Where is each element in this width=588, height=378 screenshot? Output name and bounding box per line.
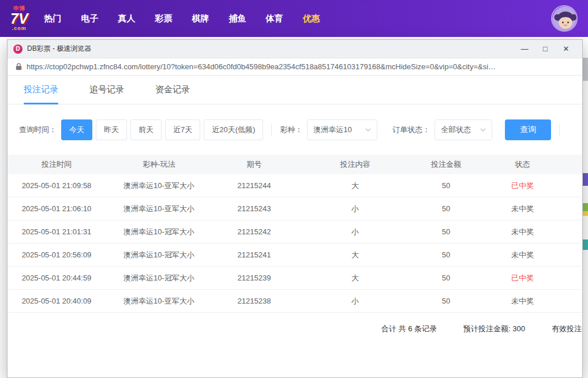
logo-main-text: 7V: [10, 12, 28, 26]
cell-issue-number: 21215239: [212, 274, 296, 282]
tab-funds-records[interactable]: 资金记录: [155, 76, 190, 104]
cell-bet-content: 小: [296, 204, 414, 214]
site-topbar: 申博 7V .com 热门 电子 真人 彩票 棋牌 捕鱼 体育 优惠: [0, 0, 588, 37]
lottery-type-label: 彩种：: [280, 125, 302, 135]
cell-game-play: 澳洲幸运10-冠军大小: [106, 227, 212, 237]
cell-bet-content: 小: [296, 296, 414, 306]
minimize-button[interactable]: —: [514, 42, 535, 57]
cell-bet-time: 2025-05-01 21:01:31: [8, 227, 106, 236]
order-status-select[interactable]: 全部状态: [435, 119, 492, 140]
close-button[interactable]: ✕: [556, 42, 576, 57]
nav-item-slots[interactable]: 电子: [80, 10, 100, 28]
status-badge: 未中奖: [478, 227, 567, 237]
cell-game-play: 澳洲幸运10-冠军大小: [106, 273, 212, 283]
status-badge: 已中奖: [478, 181, 567, 191]
cell-bet-time: 2025-05-01 21:09:58: [8, 181, 106, 190]
header-game-play: 彩种-玩法: [106, 159, 212, 170]
background-page-fragment: [583, 239, 588, 250]
nav-item-sports[interactable]: 体育: [265, 10, 284, 28]
cell-bet-content: 大: [296, 250, 414, 260]
time-option-day-before[interactable]: 前天: [130, 119, 162, 140]
summary-valid-amount: 有效投注金: [552, 324, 582, 334]
query-time-label: 查询时间：: [19, 125, 57, 135]
table-row: 2025-05-01 20:44:59 澳洲幸运10-冠军大小 21215239…: [8, 267, 582, 290]
table-row: 2025-05-01 21:06:10 澳洲幸运10-亚军大小 21215243…: [8, 197, 582, 220]
table-row: 2025-05-01 20:40:09 澳洲幸运10-亚军大小 21215238…: [8, 290, 582, 313]
user-avatar[interactable]: [551, 5, 578, 32]
header-bet-content: 投注内容: [296, 159, 414, 170]
lottery-select[interactable]: 澳洲幸运10: [307, 119, 377, 140]
lottery-select-value: 澳洲幸运10: [313, 125, 351, 135]
cell-bet-amount: 50: [414, 274, 478, 282]
url-text[interactable]: https://ctop02pchwp1.zfnc84.com/lottery/…: [27, 62, 496, 71]
page-content: 投注记录 追号记录 资金记录 查询时间： 今天 昨天 前天 近7天 近20天(低…: [8, 76, 582, 377]
background-page-fragment: [583, 173, 588, 186]
header-status: 状态: [478, 159, 567, 170]
header-bet-amount: 投注金额: [414, 159, 478, 170]
table-summary: 合计 共 6 条记录 预计投注金额: 300 有效投注金: [14, 324, 582, 334]
tab-bet-records[interactable]: 投注记录: [24, 76, 58, 104]
status-badge: 已中奖: [478, 273, 567, 283]
summary-total-records: 合计 共 6 条记录: [381, 324, 437, 334]
chevron-down-icon: [480, 128, 486, 132]
cell-game-play: 澳洲幸运10-亚军大小: [106, 204, 212, 214]
table-header: 投注时间 彩种-玩法 期号 投注内容 投注金额 状态: [8, 155, 582, 174]
cell-bet-time: 2025-05-01 20:44:59: [8, 274, 106, 282]
background-page-fragment: [583, 203, 588, 211]
window-titlebar[interactable]: D DB彩票 - 极速浏览器 — □ ✕: [8, 40, 582, 58]
browser-window: D DB彩票 - 极速浏览器 — □ ✕ https://ctop02pchwp…: [7, 39, 583, 378]
record-tabs: 投注记录 追号记录 资金记录: [8, 76, 582, 104]
cell-bet-amount: 50: [414, 297, 478, 305]
cell-issue-number: 21215244: [212, 181, 296, 190]
cell-bet-amount: 50: [414, 204, 478, 213]
table-row: 2025-05-01 20:56:09 澳洲幸运10-冠军大小 21215241…: [8, 244, 582, 267]
cell-bet-content: 大: [296, 273, 414, 283]
nav-item-board-games[interactable]: 棋牌: [191, 10, 211, 28]
nav-item-hot[interactable]: 热门: [43, 10, 63, 28]
time-option-today[interactable]: 今天: [61, 119, 92, 140]
cell-issue-number: 21215242: [212, 227, 296, 236]
status-badge: 未中奖: [478, 204, 567, 214]
time-option-last-7-days[interactable]: 近7天: [165, 119, 200, 140]
tab-chase-records[interactable]: 追号记录: [89, 76, 124, 104]
avatar-image: [552, 6, 578, 32]
bet-records-table: 投注时间 彩种-玩法 期号 投注内容 投注金额 状态 2025-05-01 21…: [8, 155, 582, 313]
order-status-label: 订单状态：: [392, 125, 430, 135]
table-row: 2025-05-01 21:01:31 澳洲幸运10-冠军大小 21215242…: [8, 220, 582, 244]
browser-favicon-icon: D: [13, 44, 23, 54]
status-badge: 未中奖: [478, 250, 567, 260]
nav-item-lottery[interactable]: 彩票: [154, 10, 174, 28]
cell-bet-amount: 50: [414, 181, 478, 190]
nav-item-live-casino[interactable]: 真人: [117, 10, 137, 28]
maximize-button[interactable]: □: [535, 42, 556, 57]
background-page-fragment: [583, 211, 588, 216]
cell-game-play: 澳洲幸运10-冠军大小: [106, 250, 212, 260]
nav-item-promotions[interactable]: 优惠: [302, 10, 321, 28]
window-controls: — □ ✕: [514, 42, 576, 57]
table-row: 2025-05-01 21:09:58 澳洲幸运10-亚军大小 21215244…: [8, 174, 582, 197]
header-bet-time: 投注时间: [8, 159, 106, 170]
time-option-last-20-days[interactable]: 近20天(低频): [204, 119, 263, 140]
cell-bet-amount: 50: [414, 227, 478, 236]
site-logo[interactable]: 申博 7V .com: [10, 6, 28, 31]
logo-sub-text: .com: [12, 26, 27, 31]
chevron-down-icon: [365, 128, 371, 132]
filter-bar: 查询时间： 今天 昨天 前天 近7天 近20天(低频) 彩种： 澳洲幸运10 订…: [8, 119, 582, 140]
summary-expected-amount: 预计投注金额: 300: [463, 324, 525, 334]
cell-bet-content: 小: [296, 227, 414, 237]
main-nav: 热门 电子 真人 彩票 棋牌 捕鱼 体育 优惠: [43, 10, 321, 28]
cell-bet-time: 2025-05-01 20:56:09: [8, 250, 106, 259]
nav-item-fishing[interactable]: 捕鱼: [228, 10, 248, 28]
cell-game-play: 澳洲幸运10-亚军大小: [106, 181, 212, 191]
time-range-group: 今天 昨天 前天 近7天 近20天(低频): [61, 119, 263, 140]
url-bar[interactable]: https://ctop02pchwp1.zfnc84.com/lottery/…: [8, 58, 582, 76]
time-option-yesterday[interactable]: 昨天: [96, 119, 127, 140]
cell-bet-time: 2025-05-01 21:06:10: [8, 204, 106, 213]
cell-bet-content: 大: [296, 181, 414, 191]
order-status-value: 全部状态: [441, 125, 471, 135]
filter-divider: [271, 123, 272, 136]
header-issue-number: 期号: [212, 159, 296, 170]
cell-issue-number: 21215241: [212, 250, 296, 259]
background-page-fragment: [583, 58, 588, 81]
search-button[interactable]: 查询: [505, 119, 551, 140]
